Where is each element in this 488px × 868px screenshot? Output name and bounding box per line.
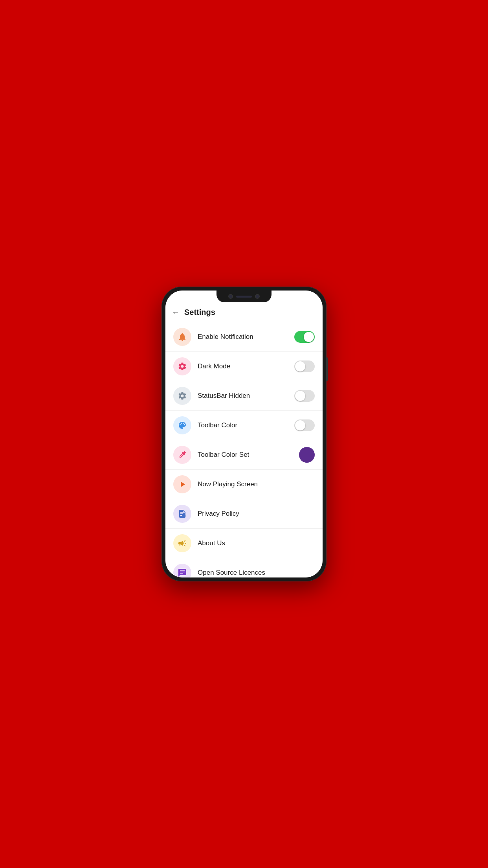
- settings-item-enable-notification[interactable]: Enable Notification: [165, 322, 323, 352]
- document-icon: [178, 509, 187, 519]
- megaphone-icon: [178, 539, 187, 548]
- gear-pink-icon: [178, 362, 187, 371]
- back-button[interactable]: ←: [172, 308, 180, 317]
- settings-list: Enable Notification Dark Mode: [165, 322, 323, 577]
- open-source-icon-circle: [173, 564, 191, 577]
- settings-item-open-source[interactable]: Open Source Licences: [165, 558, 323, 577]
- dark-mode-icon-circle: [173, 357, 191, 375]
- now-playing-label: Now Playing Screen: [198, 480, 315, 488]
- toolbar-color-toggle[interactable]: [294, 419, 315, 431]
- now-playing-icon-circle: [173, 475, 191, 493]
- dark-mode-toggle[interactable]: [294, 360, 315, 372]
- camera: [228, 294, 233, 299]
- color-dot[interactable]: [299, 447, 315, 463]
- phone-content: ← Settings Enable Notification: [165, 291, 323, 577]
- page-title: Settings: [184, 308, 215, 317]
- play-icon: [178, 480, 187, 489]
- settings-item-dark-mode[interactable]: Dark Mode: [165, 352, 323, 381]
- settings-item-now-playing[interactable]: Now Playing Screen: [165, 470, 323, 499]
- phone-frame: ← Settings Enable Notification: [161, 287, 327, 581]
- side-button: [326, 357, 328, 381]
- settings-item-toolbar-color[interactable]: Toolbar Color: [165, 411, 323, 440]
- gear-gray-icon: [178, 391, 187, 401]
- toolbar-color-label: Toolbar Color: [198, 421, 294, 429]
- settings-item-about-us[interactable]: About Us: [165, 529, 323, 558]
- bell-icon: [178, 332, 187, 342]
- statusbar-toggle[interactable]: [294, 390, 315, 402]
- privacy-policy-icon-circle: [173, 505, 191, 523]
- sensor: [255, 294, 260, 299]
- dark-mode-label: Dark Mode: [198, 362, 294, 370]
- toolbar-color-set-icon-circle: [173, 446, 191, 464]
- settings-item-privacy-policy[interactable]: Privacy Policy: [165, 499, 323, 529]
- notification-label: Enable Notification: [198, 333, 294, 341]
- settings-header: ← Settings: [165, 302, 323, 322]
- notification-toggle[interactable]: [294, 331, 315, 343]
- about-us-label: About Us: [198, 539, 315, 547]
- palette-icon: [178, 421, 187, 430]
- phone-screen: ← Settings Enable Notification: [165, 291, 323, 577]
- notification-icon-circle: [173, 328, 191, 346]
- toolbar-color-set-label: Toolbar Color Set: [198, 451, 299, 459]
- statusbar-label: StatusBar Hidden: [198, 392, 294, 400]
- settings-item-statusbar[interactable]: StatusBar Hidden: [165, 381, 323, 411]
- notch: [216, 291, 272, 302]
- settings-item-toolbar-color-set[interactable]: Toolbar Color Set: [165, 440, 323, 470]
- speaker: [236, 296, 252, 298]
- about-us-icon-circle: [173, 534, 191, 552]
- chat-icon: [178, 568, 187, 577]
- privacy-policy-label: Privacy Policy: [198, 510, 315, 518]
- open-source-label: Open Source Licences: [198, 569, 315, 577]
- toolbar-color-icon-circle: [173, 416, 191, 434]
- eyedropper-icon: [178, 450, 187, 460]
- statusbar-icon-circle: [173, 387, 191, 405]
